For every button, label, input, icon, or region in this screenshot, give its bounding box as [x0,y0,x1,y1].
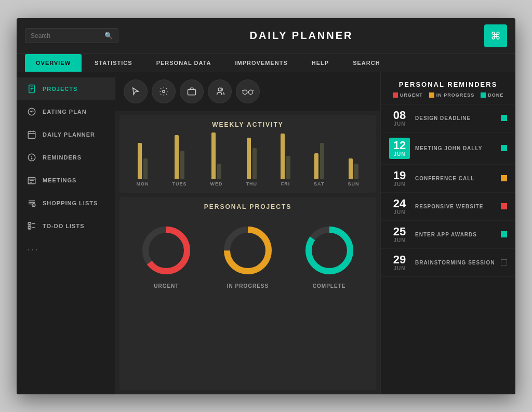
main-layout: PROJECTS EATING PLAN DAILY PLANNER REMIN… [17,72,515,394]
bar-fri-2 [286,156,290,179]
sidebar-more[interactable]: ··· [17,237,115,262]
svg-point-11 [31,158,32,159]
cursor-icon-btn[interactable] [124,79,148,103]
svg-point-24 [163,90,165,92]
reminder-day-4: 25 [389,226,410,237]
donut-label-urgent: URGENT [154,283,179,289]
reminder-item-0[interactable]: 08 JUN DESIGN DEADLINE [381,104,515,132]
user-icon-btn[interactable] [208,79,232,103]
donut-complete-svg [301,222,358,279]
shopping-icon [27,198,36,208]
user-icon [215,87,224,96]
status-done-1 [501,145,507,151]
legend-done: DONE [481,92,503,98]
sidebar-item-daily-planner[interactable]: DAILY PLANNER [17,123,115,146]
sidebar-item-reminders[interactable]: REMINDERS [17,146,115,169]
reminder-day-0: 08 [389,110,410,121]
personal-projects-title: PERSONAL PROJECTS [126,203,370,210]
bar-label-sat: SAT [314,181,324,187]
bar-mon-2 [143,158,148,179]
tab-statistics[interactable]: STATISTICS [84,54,143,72]
app-header: 🔍 DAILY PLANNER ⌘ [17,18,515,54]
svg-point-27 [243,90,247,94]
sidebar-label-meetings: MEETINGS [43,177,76,183]
svg-rect-5 [28,131,35,139]
search-input[interactable] [31,32,100,39]
bar-thu-2 [252,148,257,179]
weekly-activity-title: WEEKLY ACTIVITY [126,121,370,128]
bar-group-mon: MON [137,143,149,187]
content-area: WEEKLY ACTIVITY MON TU [115,72,380,394]
svg-rect-25 [188,89,196,95]
bar-wed-1 [211,132,216,179]
donut-label-inprogress: IN PROGRESS [227,283,269,289]
svg-point-26 [218,88,221,91]
tab-search[interactable]: SEARCH [342,54,391,72]
eating-plan-icon [27,107,36,116]
bar-label-mon: MON [137,181,149,187]
bar-fri-1 [281,134,285,179]
reminder-date-3: 24 JUN [389,198,410,215]
svg-line-30 [242,90,243,90]
sidebar-item-todo[interactable]: TO-DO LISTS [17,215,115,237]
reminder-event-2: CONFERENCE CALL [415,176,496,181]
donut-complete: COMPLETE [301,222,358,289]
reminder-item-4[interactable]: 25 JUN ENTER APP AWARDS [381,221,515,249]
sidebar-label-todo: TO-DO LISTS [43,223,84,229]
meetings-icon [27,176,36,185]
reminders-title: PERSONAL REMINDERS [381,72,515,92]
sidebar-item-eating-plan[interactable]: EATING PLAN [17,100,115,123]
projects-icon [27,84,36,94]
bar-group-wed: WED [210,132,223,187]
legend-label-urgent: URGENT [400,92,423,98]
reminder-date-2: 19 JUN [389,170,410,187]
reminder-item-3[interactable]: 24 JUN RESPONSIVE WEBSITE [381,193,515,221]
reminder-event-3: RESPONSIVE WEBSITE [415,204,496,209]
bar-group-sat: SAT [314,143,324,187]
reminder-date-1: 12 JUN [389,138,410,159]
bar-tues-2 [180,151,184,179]
donut-inprogress-svg [219,222,276,279]
glasses-icon-btn[interactable] [236,79,260,103]
tab-help[interactable]: HELP [301,54,340,72]
bar-wed-2 [217,164,221,179]
bar-group-thu: THU [246,138,258,187]
todo-icon [27,221,36,231]
bar-group-tues: TUES [172,135,187,187]
reminder-item-2[interactable]: 19 JUN CONFERENCE CALL [381,165,515,193]
tab-overview[interactable]: OVERVIEW [25,54,82,72]
reminder-date-4: 25 JUN [389,226,410,243]
bar-group-sun: SUN [348,158,359,187]
reminder-day-3: 24 [389,198,410,209]
header-title: DAILY PLANNER [125,30,478,42]
briefcase-icon-btn[interactable] [180,79,204,103]
bar-chart: MON TUES WED [126,135,370,187]
sidebar-item-shopping[interactable]: SHOPPING LISTS [17,192,115,215]
settings-icon [159,87,168,96]
svg-point-28 [248,90,252,94]
bar-tues-1 [175,135,179,179]
tab-improvements[interactable]: IMPROVEMENTS [224,54,299,72]
right-panel: PERSONAL REMINDERS URGENT IN PROGRESS DO… [380,72,515,394]
reminder-month-5: JUN [389,265,410,271]
bar-sun-1 [349,158,353,179]
cmd-button[interactable]: ⌘ [484,24,507,47]
icon-row [115,72,380,111]
glasses-icon [242,88,254,95]
search-bar[interactable]: 🔍 [25,28,118,43]
donut-in-progress: IN PROGRESS [219,222,276,289]
bar-thu-1 [247,138,251,179]
tab-personal-data[interactable]: PERSONAL DATA [145,54,222,72]
daily-planner-icon [27,130,36,139]
status-done-0 [501,115,507,121]
legend-dot-done [481,92,486,98]
status-done-4 [501,231,507,237]
bar-label-fri: FRI [281,181,290,187]
reminder-item-5[interactable]: 29 JUN BRAINSTORMING SESSION [381,249,515,277]
donut-urgent-svg [138,222,195,279]
sidebar-item-projects[interactable]: PROJECTS [17,77,115,100]
settings-icon-btn[interactable] [152,79,176,103]
donut-label-complete: COMPLETE [313,283,346,289]
sidebar-item-meetings[interactable]: MEETINGS [17,169,115,192]
reminder-item-1[interactable]: 12 JUN MEETING JOHN DALLY [381,132,515,165]
